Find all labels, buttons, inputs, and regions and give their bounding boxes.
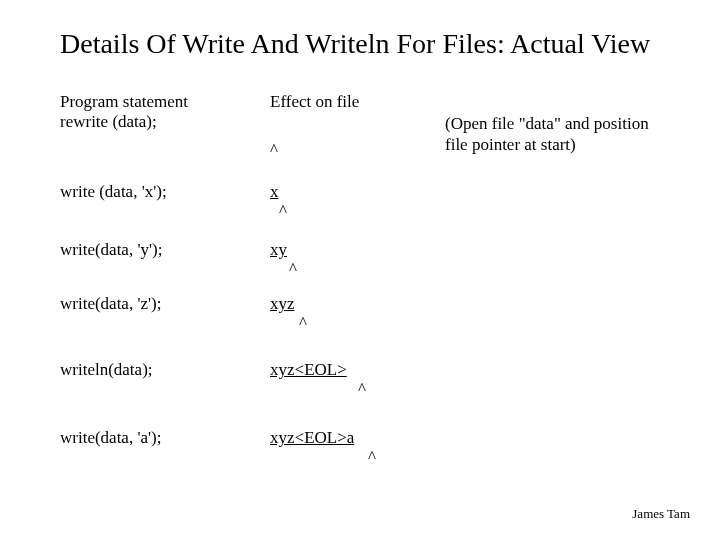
output-xyz-eol-a: xyz<EOL>a bbox=[270, 428, 460, 448]
statement-write-x: write (data, 'x'); bbox=[60, 182, 260, 202]
statement-rewrite: rewrite (data); bbox=[60, 112, 260, 132]
caret-2: ^ bbox=[279, 201, 287, 221]
output-xyz-eol: xyz<EOL> bbox=[270, 360, 460, 380]
caret-5: ^ bbox=[358, 379, 366, 399]
note-line-1: (Open file "data" and position bbox=[445, 114, 649, 133]
output-xyz: xyz bbox=[270, 294, 460, 314]
open-file-note: (Open file "data" and position file poin… bbox=[445, 113, 649, 156]
header-program-statement: Program statement bbox=[60, 92, 260, 112]
slide: Details Of Write And Writeln For Files: … bbox=[0, 0, 720, 540]
statement-write-y: write(data, 'y'); bbox=[60, 240, 260, 260]
statement-write-a: write(data, 'a'); bbox=[60, 428, 260, 448]
caret-6: ^ bbox=[368, 447, 376, 467]
caret-4: ^ bbox=[299, 313, 307, 333]
output-xy: xy bbox=[270, 240, 460, 260]
output-x: x bbox=[270, 182, 460, 202]
caret-1: ^ bbox=[270, 140, 460, 160]
statement-write-z: write(data, 'z'); bbox=[60, 294, 260, 314]
caret-3: ^ bbox=[289, 259, 297, 279]
note-line-2: file pointer at start) bbox=[445, 135, 576, 154]
slide-title: Details Of Write And Writeln For Files: … bbox=[60, 28, 650, 60]
footer-author: James Tam bbox=[632, 506, 690, 522]
header-effect-on-file: Effect on file bbox=[270, 92, 460, 112]
statement-writeln: writeln(data); bbox=[60, 360, 260, 380]
